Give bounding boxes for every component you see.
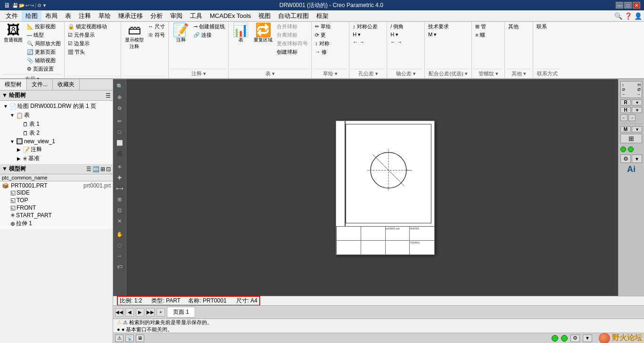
annotation-button[interactable]: 📝 注释 bbox=[171, 23, 191, 44]
help-icon[interactable]: ❓ bbox=[624, 12, 632, 20]
label-button[interactable]: 🏷 bbox=[114, 261, 125, 272]
drawing-area[interactable]: prt0001.prt B4/001 PX/001 bbox=[126, 79, 644, 296]
user-icon[interactable]: 👤 bbox=[634, 12, 642, 20]
projection-view-button[interactable]: 📐 投影视图 bbox=[25, 23, 62, 31]
menu-auto-drawing[interactable]: 自动工程图 bbox=[274, 11, 313, 21]
maximize-button[interactable]: □ bbox=[624, 2, 632, 8]
menu-drawing[interactable]: 绘图 bbox=[22, 11, 41, 21]
r-button[interactable]: R bbox=[620, 99, 631, 106]
close-button[interactable]: ✕ bbox=[633, 2, 640, 8]
menu-table[interactable]: 表 bbox=[61, 11, 75, 21]
display-model-button[interactable]: 🗃 显示模型注释 bbox=[123, 23, 146, 51]
menu-analysis[interactable]: 分析 bbox=[147, 11, 166, 21]
h-button[interactable]: H bbox=[620, 107, 631, 113]
pipe-btn1[interactable]: ⊞ 管 bbox=[474, 23, 487, 31]
erase-button[interactable]: ⬛ bbox=[114, 148, 125, 159]
sketch-btn1[interactable]: ✏ 草绘 bbox=[314, 23, 332, 31]
tree-table1[interactable]: 🗒 表 1 bbox=[15, 120, 111, 129]
menu-frame[interactable]: 框架 bbox=[313, 11, 332, 21]
lock-view-move-button[interactable]: 🔒 锁定视图移动 bbox=[66, 23, 108, 31]
copy-button[interactable]: ⊞ bbox=[114, 194, 125, 204]
model-tree-settings-icon[interactable]: ☰ bbox=[86, 166, 91, 172]
tree-settings-icon[interactable]: ☰ bbox=[106, 92, 111, 99]
create-balloon-button[interactable]: 创建球标 bbox=[275, 48, 309, 56]
pipe-btn2[interactable]: ≡ 螺 bbox=[474, 31, 487, 39]
arc-button[interactable]: ◌ bbox=[114, 240, 125, 250]
first-page-button[interactable]: ◀◀ bbox=[115, 308, 124, 317]
tree-view[interactable]: ▼ 🔲 new_view_1 bbox=[8, 138, 111, 145]
sym-tol-button[interactable]: ↕ 对称公差 bbox=[351, 23, 379, 31]
bottom-btn2[interactable]: 📡 bbox=[125, 335, 134, 342]
zoom-fit-button[interactable]: 🔍 bbox=[114, 81, 125, 91]
component-display-button[interactable]: ☑ 元件显示 bbox=[66, 31, 108, 39]
tree-table[interactable]: ▼ 📋 表 bbox=[8, 111, 111, 120]
repeat-region-button[interactable]: 🔁 重复区域 bbox=[252, 23, 274, 44]
menu-view[interactable]: 视图 bbox=[255, 11, 274, 21]
page-setup-button[interactable]: ⚙ 页面设置 bbox=[25, 65, 62, 73]
m-button[interactable]: M bbox=[620, 126, 631, 132]
model-tree-more-icon[interactable]: ⊡ bbox=[106, 166, 111, 172]
left-arrow-btn[interactable]: ← bbox=[620, 114, 627, 121]
model-start-part[interactable]: ✳ START_PART bbox=[9, 212, 111, 219]
sketch-line-button[interactable]: ✏ bbox=[114, 116, 125, 126]
bottom-btn1[interactable]: ⚠ bbox=[115, 335, 124, 342]
add-page-button[interactable]: + bbox=[157, 308, 165, 317]
contact-btn[interactable]: 联系 bbox=[535, 23, 548, 31]
menu-inherit[interactable]: 继承迁移 bbox=[115, 11, 147, 21]
pan-button[interactable]: ✋ bbox=[114, 229, 125, 239]
arrow-button[interactable]: ← → bbox=[351, 39, 379, 45]
section-head-button[interactable]: ▦ 节头 bbox=[66, 48, 108, 56]
paste-button[interactable]: ⊡ bbox=[114, 205, 125, 215]
tree-datum[interactable]: ▶ ✳ 基准 bbox=[15, 154, 111, 163]
tab-favorites[interactable]: 收藏夹 bbox=[53, 79, 80, 90]
model-front[interactable]: ◱ FRONT bbox=[9, 204, 111, 212]
refresh-button[interactable]: 🔄 更新页面 bbox=[25, 48, 62, 56]
menu-review[interactable]: 审阅 bbox=[166, 11, 186, 21]
local-zoom-button[interactable]: 🔍 局部放大图 bbox=[25, 40, 62, 48]
model-root-row[interactable]: 📦 PRT0001.PRT prt0001.prt bbox=[2, 182, 111, 189]
bottom-settings[interactable]: ⚙ bbox=[570, 335, 580, 342]
move-button[interactable]: ✚ bbox=[114, 172, 125, 183]
snap-line-button[interactable]: ⊸ 创建捕捉线 bbox=[192, 23, 226, 31]
page-tab-1[interactable]: 页面 1 bbox=[167, 307, 195, 318]
search-expand-icon[interactable]: 🔍 bbox=[614, 12, 622, 20]
settings-icon[interactable]: ⚙ bbox=[37, 3, 41, 8]
model-side[interactable]: ◱ SIDE bbox=[9, 189, 111, 196]
menu-annotation[interactable]: 注释 bbox=[75, 11, 95, 21]
model-top[interactable]: ◱ TOP bbox=[9, 196, 111, 204]
right-arrow-btn[interactable]: → bbox=[628, 114, 636, 121]
split-balloon-button[interactable]: 分离球标 bbox=[275, 31, 309, 39]
model-extrude1[interactable]: ⊕ 拉伸 1 bbox=[9, 219, 111, 228]
rotate-button[interactable]: ✳ bbox=[114, 162, 125, 172]
tab-model-tree[interactable]: 模型树 bbox=[0, 79, 27, 90]
bottom-btn3[interactable]: 🖥 bbox=[136, 335, 144, 342]
menu-layout[interactable]: 布局 bbox=[41, 11, 61, 21]
linetype-button[interactable]: — 线型 bbox=[25, 31, 62, 39]
more-icon[interactable]: ▼ bbox=[42, 3, 47, 8]
redo-icon[interactable]: ↪ bbox=[30, 3, 34, 8]
settings-icon-btn[interactable]: ⚙ bbox=[620, 155, 631, 163]
drawing-root[interactable]: ▼ 📄 绘图 DRW0001.DRW 的第 1 页 bbox=[2, 102, 111, 111]
tree-table2[interactable]: 🗒 表 2 bbox=[15, 129, 111, 138]
table-button[interactable]: 📊 表 bbox=[231, 23, 251, 44]
change-balloon-button[interactable]: 更改球标符号 bbox=[275, 40, 309, 48]
bottom-dropdown[interactable]: ▼ bbox=[583, 335, 592, 342]
menu-file[interactable]: 文件 bbox=[2, 11, 22, 21]
model-tree-expand-icon[interactable]: ⊞ bbox=[100, 166, 105, 172]
next-page-button[interactable]: ▶ bbox=[136, 308, 144, 317]
h2-button[interactable]: H ▾ bbox=[389, 31, 405, 38]
mirror-button[interactable]: ⟷ bbox=[114, 183, 125, 194]
open-icon[interactable]: 📂 bbox=[19, 3, 25, 8]
menu-sketch[interactable]: 草绘 bbox=[95, 11, 115, 21]
dim-button[interactable]: ↔ bbox=[114, 251, 125, 261]
size-button[interactable]: ↔ 尺寸 bbox=[147, 23, 166, 31]
aux-view-button[interactable]: 📎 辅助视图 bbox=[25, 57, 62, 65]
prev-page-button[interactable]: ◀ bbox=[125, 308, 134, 317]
arrow2-button[interactable]: ← → bbox=[389, 39, 405, 45]
down-icon-btn[interactable]: ▼ bbox=[632, 155, 642, 163]
tech-req-button[interactable]: 技术要求 bbox=[427, 23, 450, 31]
merge-balloon-button[interactable]: 合并球标 bbox=[275, 23, 309, 31]
menu-mcadex[interactable]: MCADEx Tools bbox=[206, 11, 255, 20]
minimize-button[interactable]: — bbox=[616, 2, 623, 8]
chamfer-button[interactable]: / 倒角 bbox=[389, 23, 405, 31]
